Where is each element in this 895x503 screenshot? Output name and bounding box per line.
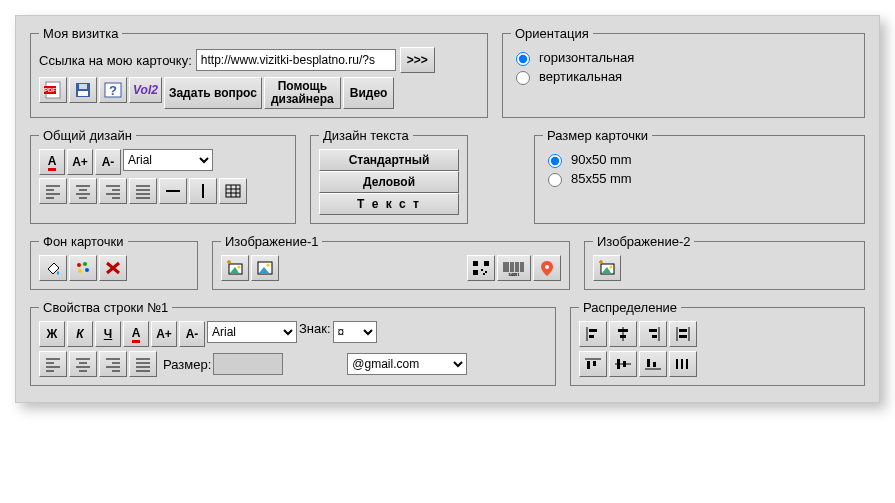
svg-rect-26 <box>483 273 485 275</box>
barcode-icon: 54001 <box>501 259 527 277</box>
line1-font-smaller-button[interactable]: A- <box>179 321 205 347</box>
horizontal-rule-button[interactable] <box>159 178 187 204</box>
grid-icon <box>223 182 243 200</box>
dist-hcenter-icon <box>613 325 633 343</box>
help-icon: ? <box>103 81 123 99</box>
orientation-horizontal-radio[interactable] <box>516 52 530 66</box>
text-design-group: Дизайн текста Стандартный Деловой Т е к … <box>310 128 468 224</box>
link-input[interactable] <box>196 49 396 71</box>
distribution-legend: Распределение <box>579 300 681 315</box>
size-input[interactable] <box>213 353 283 375</box>
size-85x55-radio[interactable] <box>548 173 562 187</box>
svg-point-12 <box>83 262 87 266</box>
line1-font-bigger-button[interactable]: A+ <box>151 321 177 347</box>
bold-button[interactable]: Ж <box>39 321 65 347</box>
svg-text:54001: 54001 <box>508 272 520 277</box>
dist-vcenter-icon <box>613 355 633 373</box>
orientation-horizontal[interactable]: горизонтальная <box>511 49 856 66</box>
line1-align-center-button[interactable] <box>69 351 97 377</box>
align-center-icon <box>73 355 93 373</box>
video-button[interactable]: Видео <box>343 77 395 109</box>
font-color-button[interactable]: A <box>39 149 65 175</box>
image1-pick-button[interactable] <box>251 255 279 281</box>
svg-rect-10 <box>226 185 240 197</box>
image-add-icon <box>597 259 617 277</box>
dist-justify-button[interactable] <box>669 321 697 347</box>
go-button[interactable]: >>> <box>400 47 435 73</box>
svg-point-20 <box>267 264 270 267</box>
general-design-group: Общий дизайн A A+ A- Arial <box>30 128 296 224</box>
style-business-button[interactable]: Деловой <box>319 171 459 193</box>
card-size-group: Размер карточки 90x50 mm 85x55 mm <box>534 128 865 224</box>
dist-hcenter-button[interactable] <box>609 321 637 347</box>
barcode-button[interactable]: 54001 <box>497 255 531 281</box>
orientation-vertical[interactable]: вертикальная <box>511 68 856 85</box>
style-standard-button[interactable]: Стандартный <box>319 149 459 171</box>
pdf-button[interactable]: PDF <box>39 77 67 103</box>
font-smaller-button[interactable]: A- <box>95 149 121 175</box>
line1-font-family-select[interactable]: Arial <box>207 321 297 343</box>
align-right-button[interactable] <box>99 178 127 204</box>
dist-spacing-button[interactable] <box>669 351 697 377</box>
svg-rect-36 <box>618 329 628 332</box>
align-center-button[interactable] <box>69 178 97 204</box>
svg-rect-46 <box>587 361 590 369</box>
dist-left-button[interactable] <box>579 321 607 347</box>
grid-button[interactable] <box>219 178 247 204</box>
dist-bottom-button[interactable] <box>639 351 667 377</box>
orientation-horizontal-label: горизонтальная <box>539 50 634 65</box>
svg-rect-33 <box>589 329 597 332</box>
font-family-select[interactable]: Arial <box>123 149 213 171</box>
italic-button[interactable]: К <box>67 321 93 347</box>
svg-rect-39 <box>649 329 657 332</box>
svg-rect-23 <box>473 270 478 275</box>
image1-add-button[interactable] <box>221 255 249 281</box>
svg-point-17 <box>238 266 241 269</box>
vertical-rule-icon <box>193 182 213 200</box>
vertical-rule-button[interactable] <box>189 178 217 204</box>
dist-right-button[interactable] <box>639 321 667 347</box>
align-justify-button[interactable] <box>129 178 157 204</box>
line1-align-left-button[interactable] <box>39 351 67 377</box>
font-color-A: A <box>48 154 57 171</box>
size-90x50-radio[interactable] <box>548 154 562 168</box>
card-background-legend: Фон карточки <box>39 234 128 249</box>
align-left-button[interactable] <box>39 178 67 204</box>
qr-button[interactable] <box>467 255 495 281</box>
size-90x50[interactable]: 90x50 mm <box>543 151 856 168</box>
line1-properties-group: Свойства строки №1 Ж К Ч A A+ A- Arial З… <box>30 300 556 386</box>
qr-icon <box>471 259 491 277</box>
my-card-legend: Моя визитка <box>39 26 122 41</box>
font-bigger-button[interactable]: A+ <box>67 149 93 175</box>
location-button[interactable] <box>533 255 561 281</box>
email-domain-select[interactable]: @gmail.com <box>347 353 467 375</box>
dist-left-icon <box>583 325 603 343</box>
palette-button[interactable] <box>69 255 97 281</box>
fill-button[interactable] <box>39 255 67 281</box>
dist-vcenter-button[interactable] <box>609 351 637 377</box>
ask-question-button[interactable]: Задать вопрос <box>164 77 262 109</box>
svg-rect-21 <box>473 261 478 266</box>
designer-help-button[interactable]: Помощь дизайнера <box>264 77 341 109</box>
help-button[interactable]: ? <box>99 77 127 103</box>
location-icon <box>537 259 557 277</box>
vol2-button[interactable]: Vol2 <box>129 77 162 103</box>
svg-rect-4 <box>78 91 88 96</box>
align-justify-icon <box>133 355 153 373</box>
line1-align-justify-button[interactable] <box>129 351 157 377</box>
delete-background-button[interactable] <box>99 255 127 281</box>
style-text-button[interactable]: Т е к с т <box>319 193 459 215</box>
dist-top-button[interactable] <box>579 351 607 377</box>
image2-add-button[interactable] <box>593 255 621 281</box>
save-button[interactable] <box>69 77 97 103</box>
svg-rect-56 <box>686 359 688 369</box>
dist-bottom-icon <box>643 355 663 373</box>
svg-point-11 <box>77 263 81 267</box>
size-85x55[interactable]: 85x55 mm <box>543 170 856 187</box>
line1-align-right-button[interactable] <box>99 351 127 377</box>
char-select[interactable]: ¤ <box>333 321 377 343</box>
line1-font-color-button[interactable]: A <box>123 321 149 347</box>
orientation-vertical-radio[interactable] <box>516 71 530 85</box>
fill-icon <box>43 259 63 277</box>
underline-button[interactable]: Ч <box>95 321 121 347</box>
